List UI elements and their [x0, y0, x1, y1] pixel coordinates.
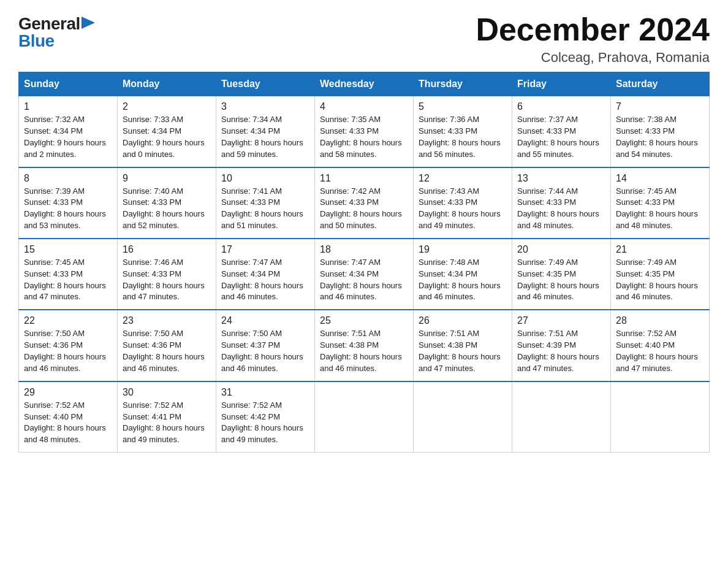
calendar-cell: 6Sunrise: 7:37 AMSunset: 4:33 PMDaylight…	[512, 96, 611, 167]
calendar-body: 1Sunrise: 7:32 AMSunset: 4:34 PMDaylight…	[19, 96, 710, 453]
header-tuesday: Tuesday	[216, 72, 315, 96]
calendar-cell: 4Sunrise: 7:35 AMSunset: 4:33 PMDaylight…	[315, 96, 414, 167]
calendar-cell: 8Sunrise: 7:39 AMSunset: 4:33 PMDaylight…	[19, 167, 118, 239]
calendar-cell	[414, 381, 512, 453]
calendar-cell: 22Sunrise: 7:50 AMSunset: 4:36 PMDayligh…	[19, 310, 118, 381]
day-info: Sunrise: 7:49 AMSunset: 4:35 PMDaylight:…	[616, 257, 704, 303]
day-number: 29	[24, 387, 112, 398]
calendar-cell	[611, 381, 710, 453]
day-info: Sunrise: 7:50 AMSunset: 4:37 PMDaylight:…	[221, 328, 309, 374]
day-number: 20	[517, 244, 605, 255]
calendar-cell: 15Sunrise: 7:45 AMSunset: 4:33 PMDayligh…	[19, 239, 118, 310]
day-info: Sunrise: 7:38 AMSunset: 4:33 PMDaylight:…	[616, 114, 704, 160]
day-info: Sunrise: 7:52 AMSunset: 4:40 PMDaylight:…	[616, 328, 704, 374]
day-number: 26	[419, 315, 507, 326]
day-info: Sunrise: 7:50 AMSunset: 4:36 PMDaylight:…	[123, 328, 211, 374]
day-number: 23	[123, 315, 211, 326]
day-info: Sunrise: 7:51 AMSunset: 4:38 PMDaylight:…	[419, 328, 507, 374]
calendar-cell: 5Sunrise: 7:36 AMSunset: 4:33 PMDaylight…	[414, 96, 512, 167]
calendar-cell: 17Sunrise: 7:47 AMSunset: 4:34 PMDayligh…	[216, 239, 315, 310]
calendar-cell: 26Sunrise: 7:51 AMSunset: 4:38 PMDayligh…	[414, 310, 512, 381]
day-number: 19	[419, 244, 507, 255]
calendar-cell: 7Sunrise: 7:38 AMSunset: 4:33 PMDaylight…	[611, 96, 710, 167]
day-number: 10	[221, 173, 309, 184]
day-info: Sunrise: 7:52 AMSunset: 4:42 PMDaylight:…	[221, 400, 309, 446]
header-saturday: Saturday	[611, 72, 710, 96]
day-number: 15	[24, 244, 112, 255]
week-row-5: 29Sunrise: 7:52 AMSunset: 4:40 PMDayligh…	[19, 381, 710, 453]
header-sunday: Sunday	[19, 72, 118, 96]
day-number: 31	[221, 387, 309, 398]
page-header: General Blue December 2024 Colceag, Prah…	[18, 12, 710, 66]
day-number: 2	[123, 101, 211, 112]
calendar-cell: 13Sunrise: 7:44 AMSunset: 4:33 PMDayligh…	[512, 167, 611, 239]
day-number: 28	[616, 315, 704, 326]
calendar-cell: 25Sunrise: 7:51 AMSunset: 4:38 PMDayligh…	[315, 310, 414, 381]
day-info: Sunrise: 7:36 AMSunset: 4:33 PMDaylight:…	[419, 114, 507, 160]
day-info: Sunrise: 7:45 AMSunset: 4:33 PMDaylight:…	[616, 186, 704, 232]
day-number: 12	[419, 173, 507, 184]
calendar-cell	[512, 381, 611, 453]
header-wednesday: Wednesday	[315, 72, 414, 96]
day-info: Sunrise: 7:47 AMSunset: 4:34 PMDaylight:…	[320, 257, 408, 303]
day-info: Sunrise: 7:51 AMSunset: 4:38 PMDaylight:…	[320, 328, 408, 374]
calendar-cell: 10Sunrise: 7:41 AMSunset: 4:33 PMDayligh…	[216, 167, 315, 239]
day-number: 11	[320, 173, 408, 184]
day-number: 4	[320, 101, 408, 112]
calendar-cell: 27Sunrise: 7:51 AMSunset: 4:39 PMDayligh…	[512, 310, 611, 381]
calendar-cell	[315, 381, 414, 453]
day-info: Sunrise: 7:35 AMSunset: 4:33 PMDaylight:…	[320, 114, 408, 160]
day-number: 30	[123, 387, 211, 398]
calendar-cell: 3Sunrise: 7:34 AMSunset: 4:34 PMDaylight…	[216, 96, 315, 167]
calendar-cell: 30Sunrise: 7:52 AMSunset: 4:41 PMDayligh…	[118, 381, 216, 453]
week-row-1: 1Sunrise: 7:32 AMSunset: 4:34 PMDaylight…	[19, 96, 710, 167]
week-row-3: 15Sunrise: 7:45 AMSunset: 4:33 PMDayligh…	[19, 239, 710, 310]
day-info: Sunrise: 7:32 AMSunset: 4:34 PMDaylight:…	[24, 114, 112, 160]
day-number: 13	[517, 173, 605, 184]
calendar-cell: 29Sunrise: 7:52 AMSunset: 4:40 PMDayligh…	[19, 381, 118, 453]
calendar-cell: 19Sunrise: 7:48 AMSunset: 4:34 PMDayligh…	[414, 239, 512, 310]
day-number: 3	[221, 101, 309, 112]
day-info: Sunrise: 7:47 AMSunset: 4:34 PMDaylight:…	[221, 257, 309, 303]
day-info: Sunrise: 7:42 AMSunset: 4:33 PMDaylight:…	[320, 186, 408, 232]
calendar-cell: 24Sunrise: 7:50 AMSunset: 4:37 PMDayligh…	[216, 310, 315, 381]
day-number: 5	[419, 101, 507, 112]
logo-general-text: General	[18, 15, 80, 33]
day-info: Sunrise: 7:39 AMSunset: 4:33 PMDaylight:…	[24, 186, 112, 232]
day-info: Sunrise: 7:40 AMSunset: 4:33 PMDaylight:…	[123, 186, 211, 232]
day-info: Sunrise: 7:43 AMSunset: 4:33 PMDaylight:…	[419, 186, 507, 232]
calendar-table: SundayMondayTuesdayWednesdayThursdayFrid…	[18, 72, 710, 453]
day-number: 22	[24, 315, 112, 326]
day-number: 9	[123, 173, 211, 184]
location-text: Colceag, Prahova, Romania	[476, 50, 710, 66]
day-number: 18	[320, 244, 408, 255]
day-info: Sunrise: 7:48 AMSunset: 4:34 PMDaylight:…	[419, 257, 507, 303]
day-number: 6	[517, 101, 605, 112]
calendar-cell: 28Sunrise: 7:52 AMSunset: 4:40 PMDayligh…	[611, 310, 710, 381]
calendar-cell: 16Sunrise: 7:46 AMSunset: 4:33 PMDayligh…	[118, 239, 216, 310]
week-row-2: 8Sunrise: 7:39 AMSunset: 4:33 PMDaylight…	[19, 167, 710, 239]
day-info: Sunrise: 7:34 AMSunset: 4:34 PMDaylight:…	[221, 114, 309, 160]
day-info: Sunrise: 7:46 AMSunset: 4:33 PMDaylight:…	[123, 257, 211, 303]
day-info: Sunrise: 7:44 AMSunset: 4:33 PMDaylight:…	[517, 186, 605, 232]
header-friday: Friday	[512, 72, 611, 96]
day-info: Sunrise: 7:50 AMSunset: 4:36 PMDaylight:…	[24, 328, 112, 374]
calendar-cell: 12Sunrise: 7:43 AMSunset: 4:33 PMDayligh…	[414, 167, 512, 239]
day-info: Sunrise: 7:33 AMSunset: 4:34 PMDaylight:…	[123, 114, 211, 160]
calendar-cell: 20Sunrise: 7:49 AMSunset: 4:35 PMDayligh…	[512, 239, 611, 310]
day-number: 14	[616, 173, 704, 184]
day-number: 25	[320, 315, 408, 326]
day-info: Sunrise: 7:45 AMSunset: 4:33 PMDaylight:…	[24, 257, 112, 303]
day-number: 16	[123, 244, 211, 255]
calendar-cell: 9Sunrise: 7:40 AMSunset: 4:33 PMDaylight…	[118, 167, 216, 239]
calendar-cell: 23Sunrise: 7:50 AMSunset: 4:36 PMDayligh…	[118, 310, 216, 381]
day-number: 1	[24, 101, 112, 112]
calendar-cell: 11Sunrise: 7:42 AMSunset: 4:33 PMDayligh…	[315, 167, 414, 239]
day-info: Sunrise: 7:49 AMSunset: 4:35 PMDaylight:…	[517, 257, 605, 303]
day-number: 7	[616, 101, 704, 112]
day-number: 24	[221, 315, 309, 326]
day-info: Sunrise: 7:37 AMSunset: 4:33 PMDaylight:…	[517, 114, 605, 160]
week-row-4: 22Sunrise: 7:50 AMSunset: 4:36 PMDayligh…	[19, 310, 710, 381]
calendar-cell: 2Sunrise: 7:33 AMSunset: 4:34 PMDaylight…	[118, 96, 216, 167]
logo-triangle-icon	[82, 17, 95, 29]
